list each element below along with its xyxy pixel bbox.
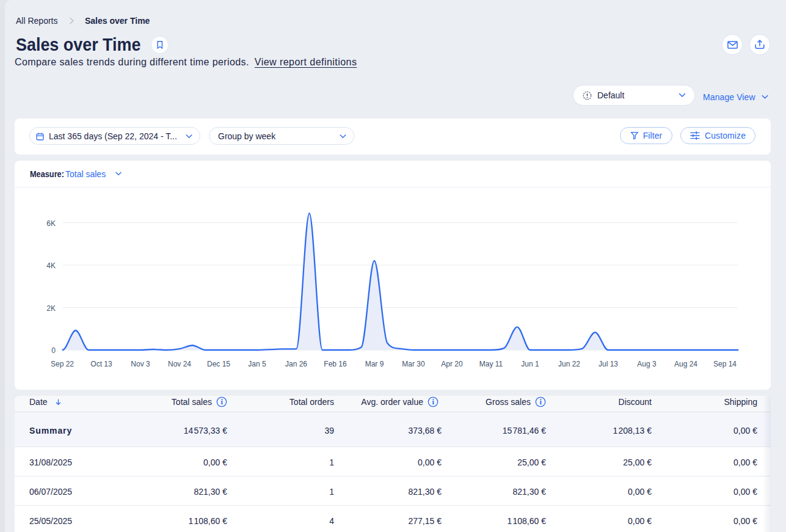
- svg-text:i: i: [539, 398, 542, 406]
- svg-text:i: i: [220, 398, 223, 406]
- svg-text:i: i: [432, 398, 434, 406]
